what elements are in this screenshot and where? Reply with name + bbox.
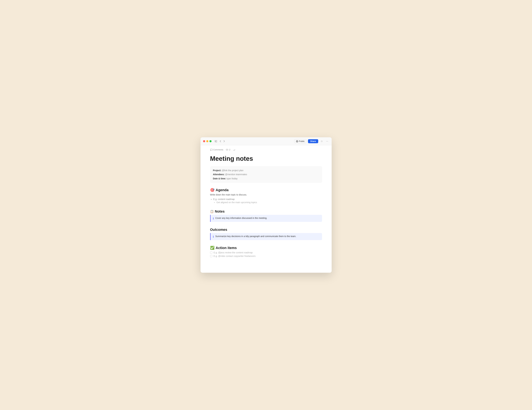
agenda-heading: 🎯 Agenda: [210, 188, 322, 192]
info-block: Project: @link the project plan Attendee…: [210, 166, 322, 183]
action-items-heading: ✅ Action items: [210, 246, 322, 250]
window-controls: [203, 140, 211, 142]
notes-callout-icon: ℹ: [213, 217, 214, 220]
titlebar: Public Share ☆ ···: [200, 137, 332, 145]
project-row: Project: @link the project plan: [213, 168, 319, 172]
svg-point-7: [226, 149, 228, 150]
date-row: Date & time: type /today: [213, 177, 319, 181]
action-item-2-label: E.g. @mike contact copywriter freelancer…: [214, 255, 256, 257]
date-label: Date & time:: [213, 177, 226, 180]
share-button[interactable]: Share: [308, 139, 318, 143]
doc-toolbar: Comments 2: [210, 149, 322, 151]
public-button[interactable]: Public: [294, 139, 306, 143]
project-label: Project:: [213, 169, 221, 172]
notes-heading: 📋 Notes: [210, 209, 322, 214]
sidebar-toggle-button[interactable]: [214, 140, 218, 143]
back-button[interactable]: [219, 140, 222, 143]
svg-rect-0: [215, 140, 216, 141]
date-link[interactable]: type /today: [227, 177, 238, 180]
titlebar-right: Public Share ☆ ···: [294, 139, 329, 143]
more-button[interactable]: ···: [325, 139, 329, 143]
forward-button[interactable]: [223, 140, 226, 143]
comments-label: Comments: [213, 149, 223, 151]
comments-button[interactable]: Comments: [210, 149, 223, 151]
refresh-button[interactable]: [233, 149, 235, 151]
outcomes-callout: ℹ Summarize key decisions in a tidy para…: [210, 233, 322, 240]
checkbox-2[interactable]: [210, 255, 212, 257]
action-items-emoji: ✅: [210, 246, 214, 250]
agenda-subtitle: Write down the main topic to discuss.: [210, 193, 322, 196]
close-dot[interactable]: [203, 140, 205, 142]
page-title: Meeting notes: [210, 155, 322, 162]
agenda-subbullet-1: Get aligned on the main upcoming topics: [217, 201, 322, 204]
svg-point-8: [227, 149, 227, 150]
agenda-emoji: 🎯: [210, 188, 214, 192]
star-button[interactable]: ☆: [320, 139, 324, 143]
outcomes-callout-icon: ℹ: [213, 235, 214, 238]
agenda-title: Agenda: [216, 188, 229, 192]
outcomes-callout-text: Summarize key decisions in a tidy paragr…: [215, 235, 296, 238]
notes-section: 📋 Notes ℹ Cover any key information disc…: [210, 209, 322, 222]
attendees-row: Attendees: @mention teammates: [213, 172, 319, 177]
project-link[interactable]: @link the project plan: [222, 169, 244, 172]
notes-title: Notes: [215, 209, 225, 214]
action-items-list: E.g. @jess review the content roadmap E.…: [210, 251, 322, 257]
outcomes-heading: Outcomes: [210, 228, 322, 232]
outcomes-title: Outcomes: [210, 228, 227, 232]
agenda-list: E.g. content roadmap Get aligned on the …: [213, 198, 322, 204]
public-label: Public: [299, 140, 305, 142]
action-item-1[interactable]: E.g. @jess review the content roadmap: [210, 251, 322, 254]
views-number: 2: [229, 149, 230, 151]
attendees-link[interactable]: @mention teammates: [225, 173, 247, 176]
agenda-section: 🎯 Agenda Write down the main topic to di…: [210, 188, 322, 204]
action-items-section: ✅ Action items E.g. @jess review the con…: [210, 246, 322, 257]
attendees-label: Attendees:: [213, 173, 225, 176]
agenda-bullet-1: E.g. content roadmap: [213, 198, 322, 200]
notes-callout: ℹ Cover any key information discussed in…: [210, 215, 322, 222]
checkbox-1[interactable]: [210, 252, 212, 254]
notes-emoji: 📋: [210, 210, 214, 213]
svg-rect-2: [215, 142, 216, 142]
action-items-title: Action items: [216, 246, 237, 250]
app-window: Public Share ☆ ··· Comments 2: [200, 137, 332, 273]
maximize-dot[interactable]: [209, 140, 211, 142]
minimize-dot[interactable]: [206, 140, 208, 142]
outcomes-section: Outcomes ℹ Summarize key decisions in a …: [210, 228, 322, 240]
views-count: 2: [226, 149, 230, 151]
action-item-2[interactable]: E.g. @mike contact copywriter freelancer…: [210, 255, 322, 257]
document-content: Comments 2 Meeting notes Project: @link …: [200, 145, 332, 273]
notes-callout-text: Cover any key information discussed in t…: [215, 217, 267, 219]
titlebar-icons: [214, 140, 226, 143]
action-item-1-label: E.g. @jess review the content roadmap: [214, 251, 253, 254]
